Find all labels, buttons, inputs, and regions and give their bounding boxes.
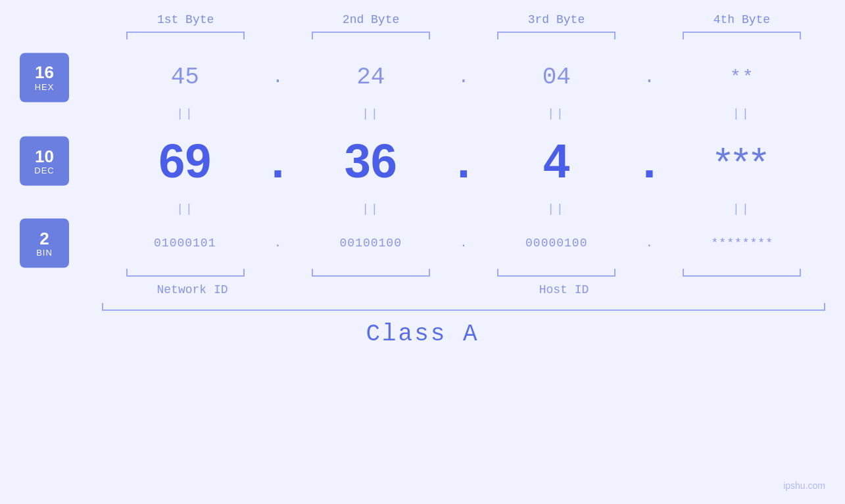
top-bracket-4 [658, 32, 825, 39]
spacer-tb3 [640, 32, 658, 39]
byte-4-header: 4th Byte [658, 13, 825, 26]
dec-dot-2: . [454, 134, 473, 188]
bottom-bracket-1 [102, 269, 269, 277]
dec-badge-box: 10 DEC [20, 137, 69, 186]
hex-badge: 16 HEX [20, 53, 69, 102]
byte-2-header: 2nd Byte [287, 13, 454, 26]
byte-header-row: 1st Byte 2nd Byte 3rd Byte 4th Byte [0, 13, 845, 26]
dec-val-4: *** [660, 139, 826, 184]
eq-1-4: || [658, 107, 825, 120]
wide-bracket-container [0, 303, 845, 311]
network-id-cell: Network ID [102, 283, 283, 296]
hex-badge-box: 16 HEX [20, 53, 69, 102]
hex-val-3: 04 [473, 64, 640, 91]
bracket-shape-1 [126, 32, 245, 39]
watermark: ipshu.com [783, 480, 825, 491]
bin-val-4: ******** [660, 237, 826, 250]
host-bracket-shape-4 [683, 269, 801, 277]
bracket-shape-2 [312, 32, 430, 39]
dec-row: 10 DEC 69 . 36 . 4 . *** [0, 125, 845, 197]
wide-bracket-shape [102, 303, 825, 311]
hex-dot-3: . [640, 67, 660, 87]
eq-row-2: || || || || [0, 197, 845, 220]
id-labels-row: Network ID Host ID [0, 283, 845, 296]
top-bracket-2 [287, 32, 454, 39]
eq-1-3: || [473, 107, 640, 120]
dec-badge: 10 DEC [20, 137, 69, 186]
bin-dot-3: . [640, 237, 660, 250]
top-bracket-3 [473, 32, 640, 39]
dec-val-3: 4 [473, 134, 640, 188]
hex-val-4: ** [660, 67, 826, 87]
hex-dot-1: . [268, 67, 288, 87]
dec-val-2: 36 [288, 134, 454, 188]
bracket-shape-4 [683, 32, 801, 39]
bottom-brackets [0, 269, 845, 277]
bin-dot-1: . [268, 237, 288, 250]
bracket-shape-3 [497, 32, 616, 39]
hex-dot-2: . [454, 67, 473, 87]
top-bracket-1 [102, 32, 269, 39]
eq-2-1: || [102, 202, 269, 216]
spacer-tb2 [454, 32, 473, 39]
bottom-bracket-3 [473, 269, 640, 277]
bottom-bracket-4 [658, 269, 825, 277]
hex-val-1: 45 [102, 64, 268, 91]
class-row: Class A [0, 321, 845, 348]
byte-1-header: 1st Byte [102, 13, 269, 26]
bin-badge: 2 BIN [20, 219, 69, 268]
host-bracket-shape-3 [497, 269, 616, 277]
byte-3-header: 3rd Byte [473, 13, 640, 26]
spacer-bb3 [640, 269, 658, 277]
eq-2-4: || [658, 202, 825, 216]
network-bracket-shape [126, 269, 245, 277]
dec-val-1: 69 [102, 134, 268, 188]
bin-val-2: 00100100 [288, 237, 454, 250]
dec-dot-3: . [640, 134, 660, 188]
dec-dot-1: . [268, 134, 288, 188]
eq-2-3: || [473, 202, 640, 216]
spacer-tb1 [269, 32, 287, 39]
eq-row-1: || || || || [0, 102, 845, 125]
bin-val-3: 00000100 [473, 237, 640, 250]
top-brackets [0, 32, 845, 39]
hex-row: 16 HEX 45 . 24 . 04 . ** [0, 53, 845, 102]
spacer-bb1 [269, 269, 287, 277]
bin-badge-box: 2 BIN [20, 219, 69, 268]
bottom-bracket-2 [287, 269, 454, 277]
eq-1-2: || [287, 107, 454, 120]
eq-1-1: || [102, 107, 269, 120]
host-id-cell: Host ID [302, 283, 825, 296]
bin-val-1: 01000101 [102, 237, 268, 250]
bin-dot-2: . [454, 237, 473, 250]
main-container: 1st Byte 2nd Byte 3rd Byte 4th Byte [0, 0, 845, 504]
host-bracket-shape-2 [312, 269, 430, 277]
eq-2-2: || [287, 202, 454, 216]
spacer-bb2 [454, 269, 473, 277]
hex-val-2: 24 [288, 64, 454, 91]
bin-row: 2 BIN 01000101 . 00100100 . 00000100 . *… [0, 220, 845, 266]
